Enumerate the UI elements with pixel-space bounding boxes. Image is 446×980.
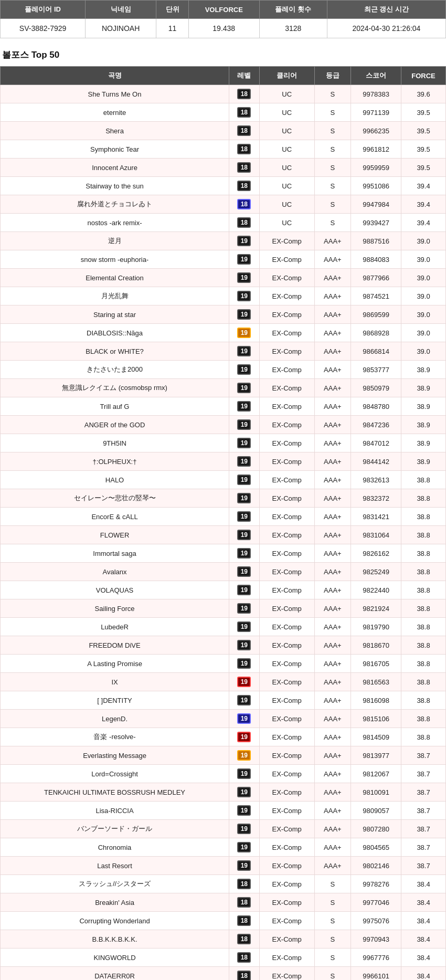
song-level: 19 [229, 287, 260, 305]
song-score: 9802146 [351, 857, 401, 875]
song-clear: EX-Comp [259, 232, 314, 250]
song-grade: S [314, 103, 351, 122]
level-badge: 19 [237, 364, 251, 375]
song-grade: S [314, 140, 351, 159]
song-clear: UC [259, 103, 314, 122]
song-force: 39.0 [401, 342, 446, 361]
level-badge: 19 [237, 842, 251, 852]
song-name: Last Resort [1, 857, 229, 875]
song-name: Symphonic Tear [1, 140, 229, 159]
level-badge: 19 [237, 621, 251, 632]
song-level: 19 [229, 250, 260, 269]
song-name: 逆月 [1, 232, 229, 250]
song-force: 38.4 [401, 949, 446, 967]
table-row: バンブーソード・ガール19EX-CompAAA+980728038.7 [1, 820, 446, 838]
song-grade: AAA+ [314, 526, 351, 544]
section-title: 볼포스 Top 50 [2, 49, 444, 61]
song-score: 9866814 [351, 342, 401, 361]
song-name: snow storm -euphoria- [1, 250, 229, 269]
song-clear: EX-Comp [259, 783, 314, 802]
song-grade: AAA+ [314, 563, 351, 581]
song-force: 39.0 [401, 305, 446, 324]
song-grade: S [314, 122, 351, 140]
table-row: DATAERR0R18EX-CompS996610138.4 [1, 967, 446, 981]
song-clear: EX-Comp [259, 434, 314, 452]
song-level: 18 [229, 930, 260, 949]
song-force: 39.5 [401, 103, 446, 122]
song-clear: EX-Comp [259, 416, 314, 434]
level-badge: 19 [237, 401, 251, 412]
song-level: 19 [229, 452, 260, 471]
table-row: Stairway to the sun18UCS995108639.4 [1, 177, 446, 195]
table-row: FLOWER19EX-CompAAA+983106438.8 [1, 526, 446, 544]
song-name: 腐れ外道とチョコレゐト [1, 195, 229, 214]
song-force: 38.7 [401, 857, 446, 875]
song-force: 39.0 [401, 250, 446, 269]
level-badge: 19 [237, 530, 251, 540]
level-badge: 18 [237, 89, 251, 99]
table-row: Shera18UCS996623539.5 [1, 122, 446, 140]
song-level: 19 [229, 746, 260, 765]
level-badge: 19 [237, 860, 251, 871]
song-grade: S [314, 893, 351, 912]
song-score: 9947984 [351, 195, 401, 214]
song-force: 38.4 [401, 875, 446, 893]
level-badge: 19 [237, 805, 251, 816]
player-id: SV-3882-7929 [1, 19, 86, 38]
song-score: 9967776 [351, 949, 401, 967]
level-badge: 18 [237, 934, 251, 944]
song-grade: S [314, 195, 351, 214]
song-level: 19 [229, 655, 260, 673]
song-level: 19 [229, 434, 260, 452]
song-name: Stairway to the sun [1, 177, 229, 195]
song-force: 38.8 [401, 710, 446, 728]
table-row: 無意識レクイエム (cosmobsp rmx)19EX-CompAAA+9850… [1, 379, 446, 397]
song-force: 38.8 [401, 673, 446, 691]
song-name: TENKAICHI ULTIMATE BOSSRUSH MEDLEY [1, 783, 229, 802]
song-score: 9978383 [351, 85, 401, 103]
song-grade: AAA+ [314, 305, 351, 324]
song-clear: EX-Comp [259, 397, 314, 416]
song-level: 19 [229, 361, 260, 379]
scores-table: 곡명 레벨 클리어 등급 스코어 FORCE She Turns Me On18… [0, 66, 446, 980]
song-force: 38.7 [401, 820, 446, 838]
song-name: 月光乱舞 [1, 287, 229, 305]
table-row: Immortal saga19EX-CompAAA+982616238.8 [1, 544, 446, 563]
song-score: 9812067 [351, 765, 401, 783]
level-badge: 19 [237, 383, 251, 393]
song-clear: EX-Comp [259, 838, 314, 857]
song-grade: AAA+ [314, 342, 351, 361]
song-name: LubedeR [1, 618, 229, 636]
song-clear: EX-Comp [259, 305, 314, 324]
level-badge: 18 [237, 162, 251, 173]
table-row: Corrupting Wonderland18EX-CompS997507638… [1, 912, 446, 930]
col-force: FORCE [401, 67, 446, 85]
song-force: 38.8 [401, 471, 446, 489]
table-row: Trill auf G19EX-CompAAA+984878038.9 [1, 397, 446, 416]
song-name: †:OLPHEUX:† [1, 452, 229, 471]
level-badge: 19 [237, 419, 251, 430]
song-grade: AAA+ [314, 599, 351, 618]
song-grade: AAA+ [314, 232, 351, 250]
col-grade: 등급 [314, 67, 351, 85]
table-row: Innocent Azure18UCS995995939.5 [1, 159, 446, 177]
song-force: 38.7 [401, 802, 446, 820]
song-force: 38.9 [401, 434, 446, 452]
song-name: Avalanx [1, 563, 229, 581]
song-score: 9868928 [351, 324, 401, 342]
level-badge: 19 [237, 254, 251, 265]
song-clear: EX-Comp [259, 489, 314, 508]
col-clear: 클리어 [259, 67, 314, 85]
song-level: 19 [229, 544, 260, 563]
song-force: 38.8 [401, 691, 446, 710]
table-row: Everlasting Message19EX-CompAAA+98139773… [1, 746, 446, 765]
song-grade: AAA+ [314, 324, 351, 342]
song-score: 9831421 [351, 508, 401, 526]
song-score: 9966235 [351, 122, 401, 140]
song-force: 39.5 [401, 122, 446, 140]
table-row: Symphonic Tear18UCS996181239.5 [1, 140, 446, 159]
level-badge: 18 [237, 217, 251, 228]
song-clear: UC [259, 177, 314, 195]
song-clear: EX-Comp [259, 930, 314, 949]
song-clear: UC [259, 85, 314, 103]
